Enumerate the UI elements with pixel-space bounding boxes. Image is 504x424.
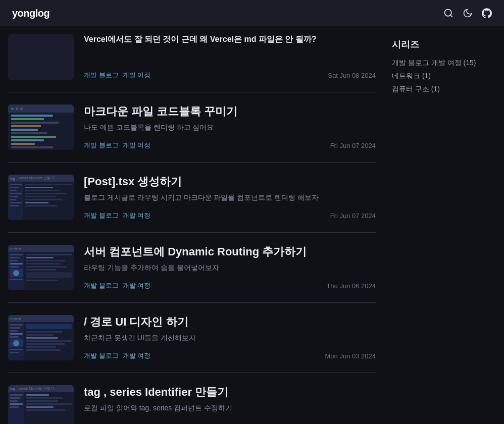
post-tags: 개발 블로그 개발 여정	[84, 281, 150, 290]
post-title: tag , series Identifier 만들기	[84, 385, 376, 400]
post-thumbnail: tag , series Identifier 만들기	[8, 385, 74, 424]
post-tag[interactable]: 개발 여정	[123, 141, 151, 150]
sidebar: 시리즈 개발 블로그 개발 여정 (15) 네트워크 (1) 컴퓨터 구조 (1…	[384, 26, 495, 424]
post-meta: 개발 블로그 개발 여정 Sat Jun 08 2024	[84, 71, 376, 80]
post-item[interactable]: yonglog	[8, 303, 376, 373]
post-date: Thu Jun 06 2024	[326, 282, 376, 290]
main-layout: Vercel에서도 잘 되던 것이 근데 왜 Vercel은 md 파일은 안 …	[0, 26, 504, 424]
post-tag[interactable]: 개발 블로그	[84, 281, 119, 290]
content-area: Vercel에서도 잘 되던 것이 근데 왜 Vercel은 md 파일은 안 …	[0, 26, 384, 424]
sidebar-title: 시리즈	[392, 38, 487, 50]
sidebar-item-series1[interactable]: 개발 블로그 개발 여정 (15)	[392, 59, 487, 68]
moon-icon[interactable]	[463, 8, 473, 18]
post-info: / 경로 UI 디자인 하기 차근차근 못생긴 UI들을 개선해보자 개발 블로…	[84, 315, 376, 360]
post-title: 마크다운 파일 코드블록 꾸미기	[84, 104, 376, 119]
post-tag[interactable]: 개발 여정	[123, 71, 151, 80]
post-item[interactable]: 마크다운 파일 코드블록 꾸미기 나도 예쁜 코드블록을 렌더링 하고 싶어요 …	[8, 92, 376, 163]
post-item[interactable]: yonglog	[8, 233, 376, 303]
post-title: 서버 컴포넌트에 Dynamic Routing 추가하기	[84, 245, 376, 259]
post-tags: 개발 블로그 개발 여정	[84, 141, 150, 150]
post-info: 서버 컴포넌트에 Dynamic Routing 추가하기 라우팅 기능을 추가…	[84, 245, 376, 290]
post-description: 나도 예쁜 코드블록을 렌더링 하고 싶어요	[84, 122, 376, 133]
post-info: [Post].tsx 생성하기 블로그 게시글로 라우팅 시키고 마크다운 파일…	[84, 175, 376, 220]
post-date: Fri Jun 07 2024	[330, 142, 376, 149]
post-tag[interactable]: 개발 블로그	[84, 351, 119, 360]
github-icon[interactable]	[482, 8, 492, 18]
post-tag[interactable]: 개발 여정	[123, 211, 151, 220]
post-info: tag , series Identifier 만들기 로컬 파일 읽어와 ta…	[84, 385, 376, 424]
post-date: Fri Jun 07 2024	[330, 212, 376, 220]
post-tag[interactable]: 개발 블로그	[84, 211, 119, 220]
post-description: 블로그 게시글로 라우팅 시키고 마크다운 파일을 컴포넌트로 렌더링 해보자	[84, 192, 376, 203]
post-thumbnail	[8, 104, 74, 150]
post-meta: 개발 블로그 개발 여정 Fri Jun 07 2024	[84, 211, 376, 220]
post-description: 로컬 파일 읽어와 tag, series 컴퍼넌트 수정하기	[84, 403, 376, 413]
post-tag[interactable]: 개발 여정	[123, 351, 151, 360]
post-title: [Post].tsx 생성하기	[84, 175, 376, 189]
post-date: Sat Jun 08 2024	[328, 72, 376, 79]
post-tags: 개발 블로그 개발 여정	[84, 71, 150, 80]
post-thumbnail: yonglog	[8, 245, 74, 290]
post-tags: 개발 블로그 개발 여정	[84, 211, 150, 220]
post-tags: 개발 블로그 개발 여정	[84, 351, 150, 360]
post-item[interactable]: tag , series Identifier 만들기	[8, 163, 376, 233]
post-tag[interactable]: 개발 블로그	[84, 71, 119, 80]
post-thumbnail	[8, 34, 74, 80]
header-icons	[443, 8, 492, 18]
site-logo[interactable]: yonglog	[12, 8, 49, 19]
sidebar-item-series3[interactable]: 컴퓨터 구조 (1)	[392, 85, 487, 94]
post-description: 라우팅 기능을 추가하여 숨을 불어넣어보자	[84, 262, 376, 273]
post-tag[interactable]: 개발 블로그	[84, 141, 119, 150]
post-description: 차근차근 못생긴 UI들을 개선해보자	[84, 333, 376, 343]
post-title: / 경로 UI 디자인 하기	[84, 315, 376, 330]
post-title: Vercel에서도 잘 되던 것이 근데 왜 Vercel은 md 파일은 안 …	[84, 34, 376, 45]
post-meta: 개발 블로그 개발 여정 Mon Jun 03 2024	[84, 351, 376, 360]
search-icon[interactable]	[443, 8, 453, 18]
site-header: yonglog	[0, 0, 504, 26]
post-meta: 개발 블로그 개발 여정 Fri Jun 07 2024	[84, 141, 376, 150]
post-date: Mon Jun 03 2024	[325, 352, 376, 360]
post-item[interactable]: Vercel에서도 잘 되던 것이 근데 왜 Vercel은 md 파일은 안 …	[8, 26, 376, 92]
post-item[interactable]: tag , series Identifier 만들기	[8, 373, 376, 424]
sidebar-item-series2[interactable]: 네트워크 (1)	[392, 72, 487, 81]
post-info: Vercel에서도 잘 되던 것이 근데 왜 Vercel은 md 파일은 안 …	[84, 34, 376, 80]
post-meta: 개발 블로그 개발 여정 Thu Jun 06 2024	[84, 281, 376, 290]
svg-line-1	[450, 15, 452, 17]
post-info: 마크다운 파일 코드블록 꾸미기 나도 예쁜 코드블록을 렌더링 하고 싶어요 …	[84, 104, 376, 150]
post-tag[interactable]: 개발 여정	[123, 281, 151, 290]
post-thumbnail: tag , series Identifier 만들기	[8, 175, 74, 220]
post-thumbnail: yonglog	[8, 315, 74, 360]
